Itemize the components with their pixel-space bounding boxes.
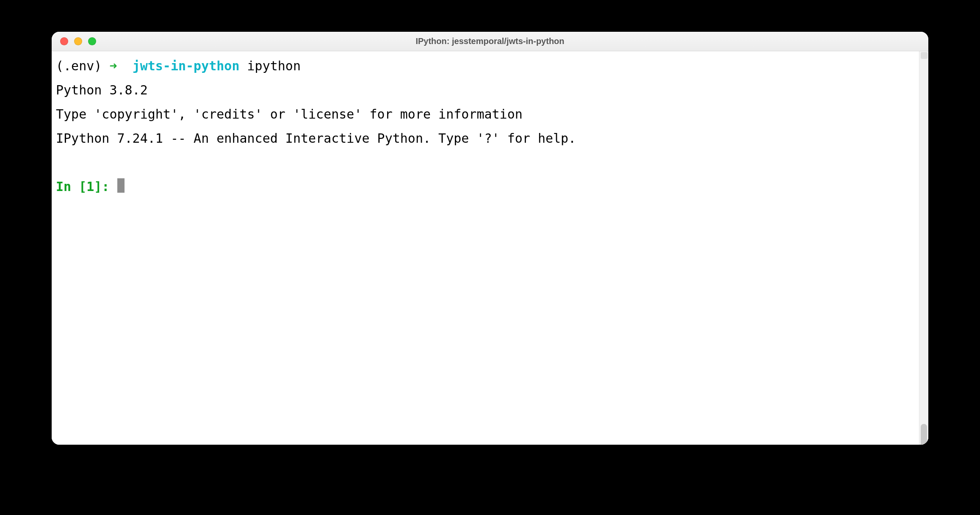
blank-line bbox=[56, 150, 924, 174]
venv-indicator: (.env) bbox=[56, 58, 102, 73]
minimize-button[interactable] bbox=[74, 37, 82, 45]
prompt-arrow-icon: ➜ bbox=[109, 58, 117, 73]
terminal-body[interactable]: (.env) ➜ jwts-in-python ipython Python 3… bbox=[52, 51, 928, 445]
close-button[interactable] bbox=[60, 37, 68, 45]
shell-prompt-line: (.env) ➜ jwts-in-python ipython bbox=[56, 54, 924, 78]
ipython-prompt-prefix: In [ bbox=[56, 179, 86, 194]
current-directory: jwts-in-python bbox=[133, 58, 240, 73]
output-line: IPython 7.24.1 -- An enhanced Interactiv… bbox=[56, 126, 924, 150]
output-line: Python 3.8.2 bbox=[56, 78, 924, 102]
ipython-prompt-suffix: ]: bbox=[94, 179, 117, 194]
terminal-window: IPython: jesstemporal/jwts-in-python (.e… bbox=[52, 32, 928, 445]
ipython-input-prompt: In [1]: bbox=[56, 174, 924, 199]
window-title: IPython: jesstemporal/jwts-in-python bbox=[52, 36, 928, 46]
scrollbar[interactable] bbox=[919, 51, 928, 445]
scroll-indicator-icon bbox=[921, 52, 927, 59]
ipython-prompt-number: 1 bbox=[86, 179, 94, 194]
scrollbar-thumb[interactable] bbox=[921, 424, 927, 445]
output-line: Type 'copyright', 'credits' or 'license'… bbox=[56, 102, 924, 126]
command-text: ipython bbox=[247, 58, 301, 73]
maximize-button[interactable] bbox=[88, 37, 96, 45]
traffic-lights bbox=[52, 37, 96, 45]
titlebar: IPython: jesstemporal/jwts-in-python bbox=[52, 32, 928, 51]
cursor-icon bbox=[117, 178, 125, 193]
